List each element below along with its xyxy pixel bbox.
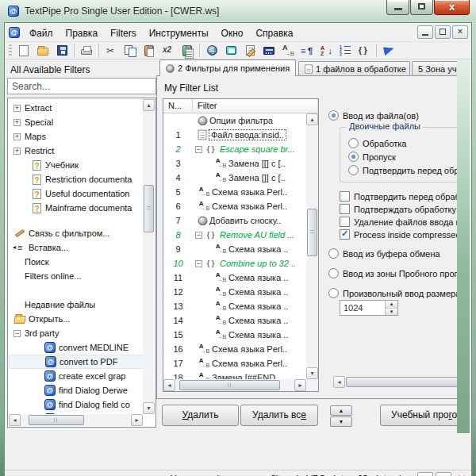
scroll-up-icon[interactable]: ▴ xyxy=(143,99,155,111)
radio-on[interactable] xyxy=(348,152,359,162)
filter-row[interactable]: 16Схема языка Perl.. xyxy=(163,342,306,356)
radio-off[interactable] xyxy=(328,288,339,298)
toolbar-grip[interactable] xyxy=(9,44,12,57)
paste-button[interactable] xyxy=(140,42,159,59)
script-braces-button[interactable] xyxy=(355,42,374,59)
filter-row[interactable]: 10−Combine up to 32 .. xyxy=(163,256,306,271)
tree-item[interactable]: Поиск xyxy=(9,255,144,269)
ebcdic-keypad-button[interactable] xyxy=(259,42,278,59)
copy-button[interactable] xyxy=(121,42,140,59)
close-button[interactable]: x xyxy=(434,0,470,15)
list-hscrollbar[interactable]: ◂ ▸ xyxy=(163,379,318,391)
filter-row[interactable]: 1Файл ввода:insid.. xyxy=(163,128,306,142)
radio-off[interactable] xyxy=(348,165,359,175)
number-lines-button[interactable] xyxy=(336,42,355,59)
tree-item[interactable]: Связь с фильтром... xyxy=(9,226,144,240)
new-window-button[interactable] xyxy=(221,42,240,59)
edit-file-button[interactable] xyxy=(240,42,259,59)
hint-back-button[interactable]: ← xyxy=(417,472,433,476)
tree-item[interactable]: create excel grap xyxy=(9,369,144,383)
filter-row[interactable]: 15Схема языка .. xyxy=(163,328,306,342)
scroll-down-icon[interactable]: ▾ xyxy=(306,367,318,379)
replace-ab-button[interactable] xyxy=(278,42,298,59)
scroll-right-icon[interactable]: ▸ xyxy=(294,379,306,391)
collapse-toggle-icon[interactable]: − xyxy=(195,260,202,267)
show-paragraphs-button[interactable] xyxy=(298,42,317,59)
menu-item[interactable]: Filters xyxy=(104,25,143,41)
tree-hscroll-thumb[interactable] xyxy=(29,415,84,425)
move-down-button[interactable]: ▼ xyxy=(330,416,352,427)
checkbox-unchecked[interactable] xyxy=(340,204,350,214)
mdi-restore-button[interactable] xyxy=(435,25,451,39)
menu-item[interactable]: Справка xyxy=(249,25,299,41)
list-vscroll-thumb[interactable] xyxy=(307,209,317,256)
tree-item[interactable]: +Restrict xyxy=(9,144,144,158)
expand-toggle-icon[interactable]: + xyxy=(13,105,21,112)
tree-vscroll-thumb[interactable] xyxy=(144,185,154,232)
tree-item[interactable]: Учебник xyxy=(9,158,144,172)
title-bar[interactable]: TextPipe Pro Single User Edition - [CWER… xyxy=(0,0,476,22)
checkbox-unchecked[interactable] xyxy=(340,191,350,202)
column-header-filter[interactable]: Filter xyxy=(193,99,318,113)
expand-toggle-icon[interactable]: + xyxy=(13,119,21,126)
column-header-n[interactable]: N... xyxy=(163,99,193,113)
print-button[interactable] xyxy=(77,42,96,59)
scroll-right-icon[interactable]: ▸ xyxy=(131,414,143,426)
mdi-close-button[interactable]: × xyxy=(452,25,468,39)
filter-row[interactable]: 3Замена [[] с [.. xyxy=(163,156,306,171)
tree-item[interactable]: Restriction documenta xyxy=(9,172,144,186)
filter-row[interactable]: 17Схема языка Perl.. xyxy=(163,356,306,370)
delete-button[interactable]: Удалить xyxy=(162,405,239,426)
hint-forward-button[interactable]: → xyxy=(436,472,451,476)
save-button[interactable] xyxy=(52,42,71,59)
filter-row[interactable]: 5Схема языка Perl.. xyxy=(163,185,306,199)
spin-up-icon[interactable]: ▲ xyxy=(386,301,397,309)
paste-as-list-button[interactable] xyxy=(178,42,197,59)
filter-row[interactable]: 12Схема языка .. xyxy=(163,285,306,299)
filter-row[interactable]: Опции фильтра xyxy=(163,113,306,128)
tree-item[interactable]: +Extract xyxy=(9,101,144,115)
spin-down-icon[interactable]: ▼ xyxy=(386,309,397,316)
tree-vscrollbar[interactable]: ▴ ▾ xyxy=(143,99,155,414)
menu-item[interactable]: Правка xyxy=(60,25,105,41)
filter-row[interactable]: 2−Escape square br... xyxy=(163,142,306,156)
open-file-button[interactable] xyxy=(33,42,52,59)
tree-item[interactable]: Useful documentation xyxy=(9,186,144,201)
filter-row[interactable]: 13Схема языка .. xyxy=(163,299,306,313)
sort-az-button[interactable] xyxy=(317,42,336,59)
radio-off[interactable] xyxy=(348,138,359,148)
filter-row[interactable]: 9Схема языка .. xyxy=(163,242,306,256)
search-input[interactable] xyxy=(7,78,156,94)
tree-item[interactable]: +Special xyxy=(9,115,144,129)
scroll-left-icon[interactable]: ◂ xyxy=(333,376,345,388)
hint-close-button[interactable]: × xyxy=(454,471,470,476)
checkbox-checked[interactable] xyxy=(340,229,350,240)
tree-item[interactable]: −3rd party xyxy=(9,326,144,340)
options-hscroll-thumb[interactable] xyxy=(346,377,457,387)
scroll-down-icon[interactable]: ▾ xyxy=(143,402,155,414)
maximize-button[interactable] xyxy=(410,0,433,15)
web-update-button[interactable] xyxy=(202,42,221,59)
run-filter-button[interactable] xyxy=(379,42,398,59)
tree-hscrollbar[interactable]: ◂ ▸ xyxy=(9,414,143,426)
tree-item[interactable]: convert to PDF xyxy=(9,355,144,369)
menu-item[interactable]: Окно xyxy=(215,25,250,41)
cut-button[interactable] xyxy=(102,42,121,59)
filter-row[interactable]: 4Замена []] с [.. xyxy=(163,171,306,185)
tree-item[interactable]: Открыть... xyxy=(9,312,144,326)
minimize-button[interactable] xyxy=(386,0,409,15)
menu-item[interactable]: Файл xyxy=(23,25,60,41)
expand-toggle-icon[interactable]: + xyxy=(13,148,21,155)
filter-row[interactable]: 6Схема языка Perl.. xyxy=(163,199,306,213)
duplicate-x2-button[interactable] xyxy=(159,42,178,59)
tree-item[interactable]: +Maps xyxy=(9,129,144,144)
tab-2[interactable]: 1 файлов в обработке xyxy=(298,61,410,75)
radio-input-from-files[interactable] xyxy=(328,110,339,121)
move-up-button[interactable]: ▲ xyxy=(330,405,352,416)
list-hscroll-thumb[interactable] xyxy=(179,380,280,390)
checkbox-unchecked[interactable] xyxy=(340,217,350,227)
tree-item[interactable]: Filters online... xyxy=(9,269,144,283)
delete-all-button[interactable]: Удалить все xyxy=(240,405,318,426)
tree-item[interactable]: Вставка... xyxy=(9,240,144,255)
options-hscrollbar[interactable]: ◂ xyxy=(333,376,457,388)
